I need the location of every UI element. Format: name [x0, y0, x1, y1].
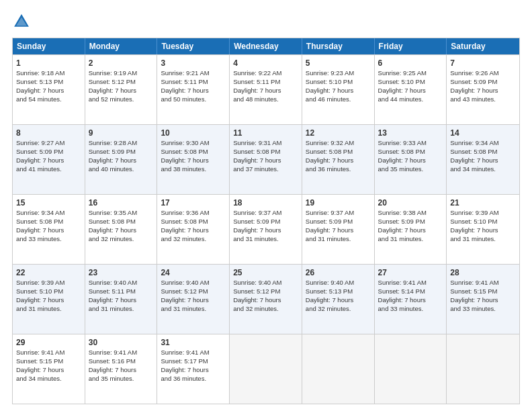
- day-info-line: Sunrise: 9:38 AM: [378, 209, 427, 216]
- day-info-line: Daylight: 7 hours: [378, 87, 426, 94]
- day-info-line: and 33 minutes.: [16, 235, 62, 242]
- logo-icon: [12, 12, 31, 31]
- day-info-line: Sunrise: 9:26 AM: [450, 69, 498, 77]
- day-info-line: and 36 minutes.: [161, 375, 206, 382]
- day-info-line: Daylight: 7 hours: [16, 366, 64, 373]
- day-info-line: Daylight: 7 hours: [161, 296, 208, 304]
- day-info-line: Sunrise: 9:19 AM: [89, 69, 137, 77]
- day-info-line: Daylight: 7 hours: [450, 156, 498, 164]
- calendar-cell: 4Sunrise: 9:22 AMSunset: 5:11 PMDaylight…: [230, 55, 302, 124]
- day-number: 27: [378, 267, 443, 278]
- calendar-cell: [230, 334, 302, 404]
- day-info-line: and 35 minutes.: [378, 165, 424, 173]
- day-number: 14: [450, 128, 516, 138]
- day-info-line: Sunrise: 9:23 AM: [306, 69, 354, 77]
- calendar-week-1: 1Sunrise: 9:18 AMSunset: 5:13 PMDaylight…: [13, 54, 519, 124]
- day-info-line: and 32 minutes.: [89, 235, 134, 242]
- day-info-line: Daylight: 7 hours: [233, 156, 281, 164]
- day-info-line: and 33 minutes.: [450, 305, 496, 312]
- day-info-line: Sunset: 5:08 PM: [161, 218, 208, 225]
- day-info-line: Sunrise: 9:37 AM: [306, 209, 354, 216]
- day-info-line: Sunset: 5:12 PM: [161, 287, 208, 295]
- day-header-monday: Monday: [85, 38, 158, 54]
- day-info-line: Sunrise: 9:34 AM: [16, 209, 64, 216]
- day-info-line: Sunset: 5:09 PM: [450, 78, 497, 85]
- day-info-line: Daylight: 7 hours: [161, 156, 208, 164]
- day-info-line: Sunset: 5:10 PM: [16, 287, 63, 295]
- day-info-line: Sunrise: 9:31 AM: [233, 139, 281, 146]
- calendar-week-4: 22Sunrise: 9:39 AMSunset: 5:10 PMDayligh…: [13, 264, 519, 334]
- day-number: 2: [89, 58, 154, 68]
- day-info-line: and 35 minutes.: [89, 375, 134, 382]
- day-info-line: Sunrise: 9:30 AM: [161, 139, 209, 146]
- day-info-line: and 32 minutes.: [161, 235, 206, 242]
- day-info-line: and 37 minutes.: [233, 165, 279, 173]
- day-info-line: Sunset: 5:08 PM: [450, 148, 497, 155]
- day-header-thursday: Thursday: [302, 38, 375, 54]
- day-info-line: Daylight: 7 hours: [306, 226, 353, 234]
- day-header-tuesday: Tuesday: [157, 38, 230, 54]
- calendar-cell: 14Sunrise: 9:34 AMSunset: 5:08 PMDayligh…: [447, 125, 519, 194]
- day-info-line: Sunset: 5:12 PM: [233, 287, 280, 295]
- day-info-line: Daylight: 7 hours: [306, 87, 353, 94]
- calendar-cell: 23Sunrise: 9:40 AMSunset: 5:11 PMDayligh…: [85, 265, 158, 334]
- day-info-line: Sunset: 5:08 PM: [89, 218, 136, 225]
- day-info-line: Daylight: 7 hours: [306, 156, 353, 164]
- calendar-cell: 22Sunrise: 9:39 AMSunset: 5:10 PMDayligh…: [13, 265, 85, 334]
- day-number: 25: [233, 267, 298, 278]
- day-info-line: and 52 minutes.: [89, 95, 134, 103]
- day-number: 5: [306, 58, 371, 68]
- day-info-line: and 38 minutes.: [161, 165, 206, 173]
- day-info-line: and 31 minutes.: [378, 235, 424, 242]
- day-info-line: Sunset: 5:14 PM: [378, 287, 425, 295]
- day-number: 19: [306, 197, 371, 208]
- day-info-line: Daylight: 7 hours: [233, 87, 281, 94]
- calendar-cell: 25Sunrise: 9:40 AMSunset: 5:12 PMDayligh…: [230, 265, 302, 334]
- day-info-line: Sunset: 5:16 PM: [89, 357, 136, 365]
- day-info-line: Daylight: 7 hours: [378, 156, 426, 164]
- day-info-line: Sunrise: 9:41 AM: [89, 349, 137, 356]
- day-info-line: Sunset: 5:09 PM: [89, 148, 136, 155]
- day-info-line: Sunset: 5:10 PM: [378, 78, 425, 85]
- calendar-cell: 26Sunrise: 9:40 AMSunset: 5:13 PMDayligh…: [302, 265, 375, 334]
- calendar: SundayMondayTuesdayWednesdayThursdayFrid…: [12, 38, 520, 404]
- day-info-line: Daylight: 7 hours: [16, 87, 64, 94]
- day-info-line: Sunset: 5:11 PM: [233, 78, 280, 85]
- day-info-line: and 48 minutes.: [233, 95, 279, 103]
- logo: [12, 12, 34, 31]
- day-info-line: Sunrise: 9:37 AM: [233, 209, 281, 216]
- day-info-line: Sunset: 5:15 PM: [450, 287, 497, 295]
- day-info-line: Sunrise: 9:33 AM: [378, 139, 427, 146]
- calendar-cell: 11Sunrise: 9:31 AMSunset: 5:08 PMDayligh…: [230, 125, 302, 194]
- calendar-cell: 19Sunrise: 9:37 AMSunset: 5:09 PMDayligh…: [302, 195, 375, 264]
- header: [12, 12, 520, 31]
- day-info-line: Daylight: 7 hours: [161, 366, 208, 373]
- day-number: 10: [161, 128, 226, 138]
- day-info-line: Sunset: 5:13 PM: [306, 287, 353, 295]
- day-info-line: Daylight: 7 hours: [233, 296, 281, 304]
- day-info-line: Sunrise: 9:39 AM: [16, 279, 64, 286]
- day-info-line: Sunset: 5:09 PM: [306, 218, 353, 225]
- day-info-line: Sunset: 5:13 PM: [16, 78, 63, 85]
- day-number: 8: [16, 128, 81, 138]
- day-number: 31: [161, 337, 226, 348]
- calendar-cell: [447, 334, 519, 404]
- day-number: 24: [161, 267, 226, 278]
- day-info-line: Sunset: 5:08 PM: [16, 218, 63, 225]
- day-info-line: Daylight: 7 hours: [450, 296, 498, 304]
- calendar-cell: 8Sunrise: 9:27 AMSunset: 5:09 PMDaylight…: [13, 125, 85, 194]
- day-info-line: Sunrise: 9:32 AM: [306, 139, 354, 146]
- day-info-line: and 46 minutes.: [306, 95, 351, 103]
- calendar-week-5: 29Sunrise: 9:41 AMSunset: 5:15 PMDayligh…: [13, 334, 519, 404]
- day-info-line: Sunset: 5:09 PM: [16, 148, 63, 155]
- day-info-line: Daylight: 7 hours: [161, 226, 208, 234]
- calendar-cell: 5Sunrise: 9:23 AMSunset: 5:10 PMDaylight…: [302, 55, 375, 124]
- day-info-line: Daylight: 7 hours: [89, 366, 136, 373]
- day-info-line: Sunrise: 9:27 AM: [16, 139, 64, 146]
- day-info-line: Daylight: 7 hours: [89, 156, 136, 164]
- day-number: 13: [378, 128, 443, 138]
- calendar-cell: [302, 334, 375, 404]
- day-info-line: Sunset: 5:12 PM: [89, 78, 136, 85]
- day-info-line: Sunset: 5:17 PM: [161, 357, 208, 365]
- day-number: 7: [450, 58, 516, 68]
